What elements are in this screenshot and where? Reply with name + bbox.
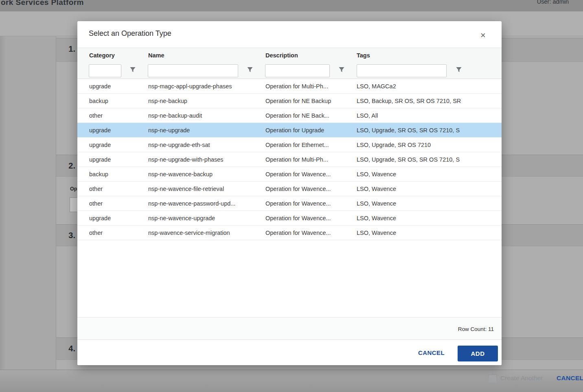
cell-description: Operation for Wavence...	[265, 186, 331, 192]
close-icon[interactable]: ×	[480, 32, 486, 39]
cell-tags: LSO, Wavence	[357, 171, 396, 177]
table-row[interactable]: backup nsp-ne-backup Operation for NE Ba…	[77, 94, 502, 108]
page-cancel-button[interactable]: CANCEL	[557, 374, 583, 382]
filter-icon[interactable]	[130, 67, 136, 72]
tags-filter-input[interactable]	[357, 64, 447, 77]
cell-name: nsp-ne-backup-audit	[148, 112, 202, 119]
cell-name: nsp-ne-upgrade-with-phases	[148, 156, 224, 163]
cell-description: Operation for Ethernet...	[265, 142, 329, 148]
app-title: ork Services Platform	[1, 0, 84, 7]
cell-tags: LSO, Upgrade, SR OS, SR OS 7210, S	[357, 156, 460, 163]
cell-category: upgrade	[89, 127, 111, 134]
section-number: 2.	[56, 161, 75, 171]
cell-category: backup	[89, 98, 108, 104]
table-header: Category Name Description Tags	[77, 48, 502, 79]
cell-tags: LSO, Backup, SR OS, SR OS 7210, SR	[357, 98, 461, 104]
row-count-bar: Row Count: 11	[77, 317, 502, 340]
cell-description: Operation for NE Back...	[265, 112, 329, 119]
column-header-name[interactable]: Name	[148, 52, 164, 59]
cell-name: nsp-ne-wavence-file-retrieval	[148, 186, 224, 192]
cell-description: Operation for Multi-Ph...	[265, 156, 328, 163]
row-count: Row Count: 11	[458, 326, 494, 332]
cell-description: Operation for Wavence...	[265, 171, 331, 177]
cell-category: upgrade	[89, 156, 111, 163]
cell-description: Operation for Wavence...	[265, 230, 331, 236]
cell-name: nsp-magc-appl-upgrade-phases	[148, 83, 232, 90]
table-row[interactable]: upgrade nsp-ne-upgrade-with-phases Opera…	[77, 152, 502, 167]
filter-icon[interactable]	[339, 67, 344, 72]
dialog-title: Select an Operation Type	[89, 29, 171, 38]
table-row[interactable]: upgrade nsp-magc-appl-upgrade-phases Ope…	[77, 79, 502, 94]
cell-tags: LSO, Wavence	[357, 200, 396, 207]
table-row[interactable]: backup nsp-ne-wavence-backup Operation f…	[77, 167, 502, 182]
cell-name: nsp-ne-upgrade	[148, 127, 190, 134]
cell-tags: LSO, MAGCa2	[357, 83, 396, 90]
cell-tags: LSO, Upgrade, SR OS, SR OS 7210, S	[357, 127, 460, 134]
section-number: 4.	[56, 344, 75, 353]
page-footer: Create Another CANCEL	[0, 370, 583, 392]
screen: ork Services Platform User: admin 1. 2. …	[0, 0, 583, 392]
cell-description: Operation for Wavence...	[265, 215, 331, 221]
table-body: upgrade nsp-magc-appl-upgrade-phases Ope…	[77, 79, 502, 240]
cell-tags: LSO, Upgrade, SR OS 7210	[357, 142, 431, 148]
description-filter-input[interactable]	[265, 64, 330, 77]
create-another-checkbox[interactable]	[488, 374, 497, 383]
cell-name: nsp-wavence-service-migration	[148, 230, 230, 236]
table-row[interactable]: other nsp-ne-wavence-password-upd... Ope…	[77, 196, 502, 211]
create-another-label: Create Another	[500, 374, 543, 382]
add-button[interactable]: ADD	[458, 346, 498, 361]
cell-name: nsp-ne-wavence-upgrade	[148, 215, 215, 221]
cell-description: Operation for Wavence...	[265, 200, 331, 207]
left-rail	[0, 36, 56, 370]
app-header: ork Services Platform User: admin	[0, 0, 583, 12]
table-row[interactable]: other nsp-wavence-service-migration Oper…	[77, 226, 502, 240]
section-number: 3.	[56, 231, 75, 240]
filter-icon[interactable]	[247, 67, 253, 72]
cell-tags: LSO, Wavence	[357, 215, 396, 221]
dialog-footer: CANCEL ADD	[77, 340, 502, 365]
column-header-description[interactable]: Description	[265, 52, 298, 59]
user-label: User: admin	[537, 0, 569, 5]
cell-description: Operation for NE Backup	[265, 98, 331, 104]
category-filter-input[interactable]	[89, 64, 121, 77]
cell-name: nsp-ne-wavence-password-upd...	[148, 200, 235, 207]
cell-name: nsp-ne-upgrade-eth-sat	[148, 142, 210, 148]
cell-description: Operation for Upgrade	[265, 127, 324, 134]
cancel-button[interactable]: CANCEL	[418, 349, 445, 356]
table-row[interactable]: other nsp-ne-backup-audit Operation for …	[77, 108, 502, 123]
cell-tags: LSO, All	[357, 112, 378, 119]
operation-field-label: Op	[70, 186, 77, 192]
select-operation-type-dialog: Select an Operation Type × Category Name…	[77, 21, 502, 365]
cell-tags: LSO, Wavence	[357, 186, 396, 192]
cell-category: upgrade	[89, 83, 111, 90]
section-number: 1.	[56, 44, 75, 54]
table-row[interactable]: upgrade nsp-ne-upgrade-eth-sat Operation…	[77, 138, 502, 152]
column-header-tags[interactable]: Tags	[357, 52, 370, 59]
cell-category: upgrade	[89, 142, 111, 148]
cell-category: other	[89, 200, 103, 207]
cell-tags: LSO, Wavence	[357, 230, 396, 236]
cell-category: backup	[89, 171, 108, 177]
table-row[interactable]: other nsp-ne-wavence-file-retrieval Oper…	[77, 182, 502, 196]
cell-category: upgrade	[89, 215, 111, 221]
cell-category: other	[89, 230, 103, 236]
column-header-category[interactable]: Category	[89, 52, 115, 59]
cell-name: nsp-ne-wavence-backup	[148, 171, 213, 177]
cell-description: Operation for Multi-Ph...	[265, 83, 328, 90]
table-row[interactable]: upgrade nsp-ne-wavence-upgrade Operation…	[77, 211, 502, 226]
cell-category: other	[89, 186, 103, 192]
table-row[interactable]: upgrade nsp-ne-upgrade Operation for Upg…	[77, 123, 502, 138]
name-filter-input[interactable]	[148, 64, 238, 77]
filter-icon[interactable]	[456, 67, 462, 72]
cell-category: other	[89, 112, 103, 119]
cell-name: nsp-ne-backup	[148, 98, 187, 104]
